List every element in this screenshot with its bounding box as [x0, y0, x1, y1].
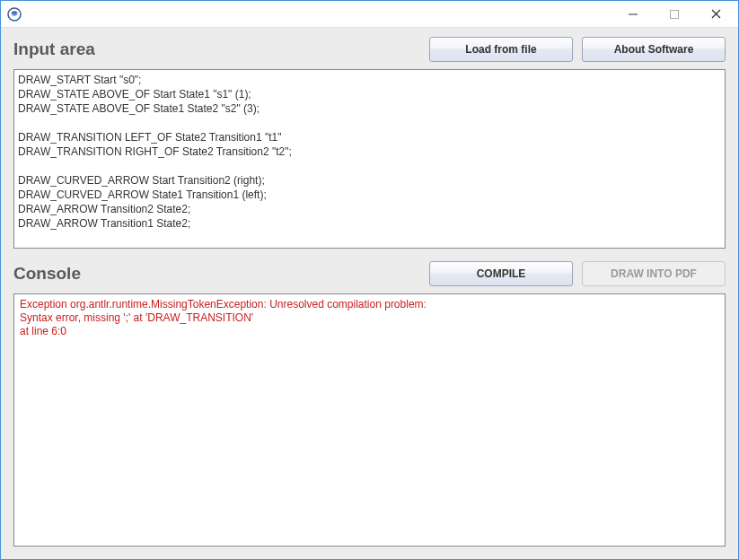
compile-button[interactable]: COMPILE: [429, 261, 573, 286]
titlebar: [1, 1, 738, 28]
content-area: Input area Load from file About Software…: [1, 28, 738, 559]
app-window: Input area Load from file About Software…: [0, 0, 739, 560]
about-software-button[interactable]: About Software: [582, 37, 726, 62]
app-icon: [6, 6, 22, 22]
input-area-wrap: [13, 69, 726, 249]
minimize-button[interactable]: [612, 2, 654, 27]
console-output: Exception org.antlr.runtime.MissingToken…: [13, 293, 726, 547]
maximize-button[interactable]: [654, 2, 695, 27]
window-controls: [612, 2, 736, 27]
console-title: Console: [13, 264, 420, 284]
code-input[interactable]: [13, 69, 726, 249]
svg-rect-2: [671, 10, 679, 18]
close-button[interactable]: [695, 2, 736, 27]
input-area-title: Input area: [13, 39, 420, 59]
input-area-header: Input area Load from file About Software: [13, 37, 726, 62]
console-header: Console COMPILE DRAW INTO PDF: [13, 261, 726, 286]
draw-into-pdf-button[interactable]: DRAW INTO PDF: [582, 261, 726, 286]
load-from-file-button[interactable]: Load from file: [429, 37, 573, 62]
